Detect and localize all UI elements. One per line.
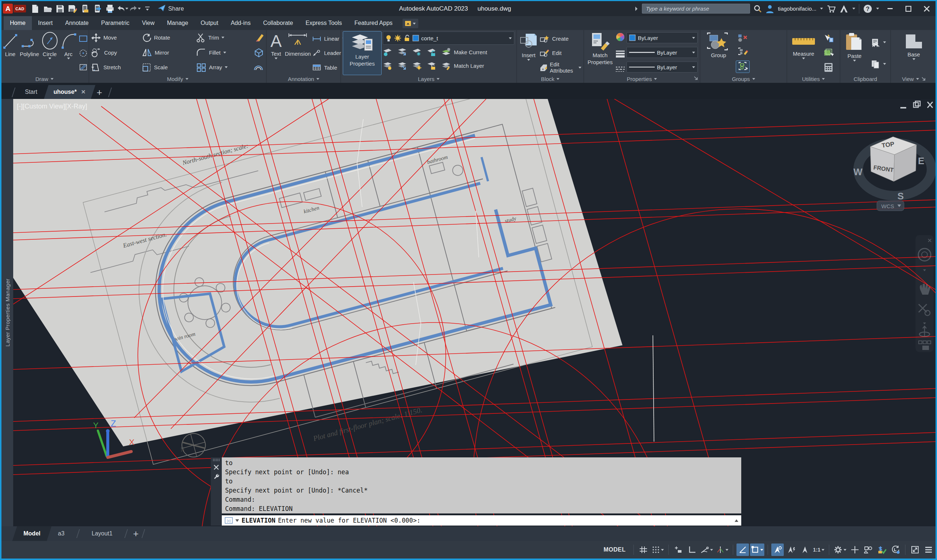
panel-label-modify[interactable]: Modify (89, 75, 266, 83)
rotate-button[interactable]: Rotate (142, 32, 189, 44)
tab-home[interactable]: Home (4, 16, 32, 30)
help-dropdown[interactable] (876, 8, 879, 9)
tab-view[interactable]: View (135, 16, 160, 30)
trim-button[interactable]: Trim (196, 32, 225, 44)
ungroup-icon[interactable] (737, 34, 748, 43)
save-button[interactable] (55, 4, 66, 14)
navigation-bar[interactable] (916, 235, 933, 352)
tab-parametric[interactable]: Parametric (95, 16, 135, 30)
user-dropdown[interactable] (820, 8, 823, 9)
command-wrench-icon[interactable] (213, 474, 219, 479)
panel-label-annotation[interactable]: Annotation (266, 75, 340, 83)
wcs-selector[interactable]: WCS (877, 201, 904, 211)
file-tab-start[interactable]: Start (15, 85, 47, 99)
edit-attributes-button[interactable]: Edit Attributes (540, 61, 582, 74)
base-dropdown[interactable] (912, 58, 915, 60)
move-button[interactable]: Move (91, 32, 135, 44)
osnap-dropdown[interactable] (760, 549, 763, 551)
autocad-logo[interactable]: A CAD (3, 4, 26, 14)
arc-button[interactable]: Arc (60, 32, 77, 75)
text-button[interactable]: A Text (269, 32, 283, 75)
open-file-button[interactable] (42, 4, 53, 14)
autodesk-dropdown[interactable] (852, 8, 855, 9)
color-wheel-icon[interactable] (615, 32, 625, 42)
mirror-button[interactable]: Mirror (142, 46, 189, 58)
ribbon-collapse-dropdown[interactable] (413, 23, 416, 25)
annotation-scale-value[interactable]: 1:1 (812, 543, 826, 556)
group-selection-toggle[interactable] (736, 61, 749, 72)
properties-dialog-launcher[interactable] (694, 76, 698, 82)
match-layer-button[interactable]: Match Layer (442, 59, 484, 72)
open-from-mobile-button[interactable] (92, 4, 103, 14)
share-button[interactable]: Share (157, 4, 184, 14)
undo-dropdown[interactable] (125, 8, 128, 9)
plot-button[interactable] (105, 4, 115, 14)
measure-dropdown[interactable] (802, 57, 805, 59)
snap-dropdown[interactable] (661, 549, 664, 551)
annotation-visibility-toggle[interactable] (771, 543, 784, 556)
graphics-performance-button[interactable] (889, 543, 902, 556)
new-layout-button[interactable]: + (133, 528, 138, 540)
model-space-toggle[interactable]: MODEL (599, 543, 630, 556)
clean-screen-button[interactable] (909, 543, 921, 556)
layer-select-combo[interactable]: corte_t (383, 32, 514, 45)
quick-select-icon[interactable] (823, 34, 834, 43)
lineweight-icon[interactable] (615, 50, 625, 57)
ribbon-display-toggle[interactable] (403, 19, 418, 28)
cut-button[interactable] (871, 36, 886, 49)
polar-dropdown[interactable] (710, 549, 713, 551)
minimize-button[interactable] (883, 3, 897, 14)
layer-freeze-icon[interactable] (412, 48, 422, 57)
layer-lock-icon[interactable] (427, 48, 436, 57)
trim-dropdown[interactable] (222, 37, 225, 38)
annotation-autoscale-toggle[interactable] (785, 543, 797, 556)
fillet-button[interactable]: Fillet (196, 46, 226, 58)
tab-annotate[interactable]: Annotate (59, 16, 95, 30)
object-snap-tracking-toggle[interactable] (737, 543, 749, 556)
create-block-button[interactable]: Create (540, 32, 582, 45)
stretch-button[interactable]: Stretch (91, 61, 135, 73)
command-drag-handle[interactable] (213, 459, 220, 461)
scale-button[interactable]: Scale (142, 61, 189, 73)
tab-collaborate[interactable]: Collaborate (257, 16, 300, 30)
search-icon[interactable] (754, 5, 762, 13)
calculator-icon[interactable] (824, 63, 833, 72)
customize-status-button[interactable] (922, 543, 935, 556)
arc-dropdown[interactable] (67, 57, 70, 59)
command-close-icon[interactable] (214, 465, 219, 470)
file-tab-uhouse[interactable]: uhouse* ✕ (44, 85, 95, 99)
viewport-window-buttons[interactable] (900, 101, 932, 108)
layer-isolate-icon[interactable] (397, 48, 407, 57)
layer-match-icon[interactable] (397, 61, 407, 70)
layer-turn-off-icon[interactable] (383, 61, 392, 70)
group-edit-icon[interactable] (737, 47, 748, 56)
tab-add-ins[interactable]: Add-ins (225, 16, 257, 30)
edit-attributes-dropdown[interactable] (579, 67, 582, 69)
new-drawing-button[interactable]: + (97, 87, 102, 98)
panel-label-layers[interactable]: Layers (341, 75, 517, 83)
view-dialog-launcher[interactable] (921, 77, 926, 81)
array-dropdown[interactable] (225, 66, 228, 68)
user-avatar-icon[interactable] (765, 5, 774, 13)
tab-manage[interactable]: Manage (161, 16, 195, 30)
object-color-combo[interactable]: ByLayer (626, 32, 698, 43)
tab-featured-apps[interactable]: Featured Apps (348, 16, 399, 30)
dimension-button[interactable]: Dimension (285, 32, 311, 75)
viewcube[interactable]: W E S TOP FRONT WCS (854, 137, 931, 211)
isodraft-dropdown[interactable] (725, 549, 728, 551)
command-history-expand[interactable] (735, 519, 738, 522)
panel-label-draw[interactable]: Draw (0, 75, 89, 83)
command-line-grip[interactable] (211, 457, 222, 526)
redo-dropdown[interactable] (138, 8, 141, 9)
paste-button[interactable]: Paste (842, 32, 866, 75)
cut-dropdown[interactable] (883, 42, 886, 43)
fillet-dropdown[interactable] (223, 52, 226, 54)
linetype-combo[interactable]: ByLayer (626, 62, 698, 72)
linetype-icon[interactable] (615, 66, 625, 72)
offset-button[interactable] (253, 61, 264, 73)
layer-off-icon[interactable] (383, 48, 392, 57)
save-as-button[interactable] (67, 4, 78, 14)
layout-tab-layout1[interactable]: Layout1 (81, 526, 124, 541)
isolate-objects-button[interactable] (862, 543, 875, 556)
undo-button[interactable] (117, 4, 128, 14)
